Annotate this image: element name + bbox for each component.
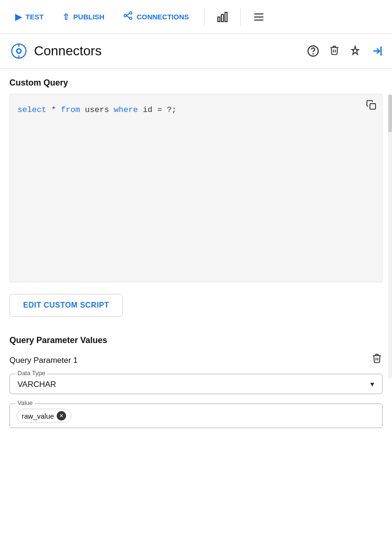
- svg-point-0: [124, 15, 127, 17]
- data-type-field[interactable]: Data Type VARCHAR INTEGER BOOLEAN DATE ▼: [9, 374, 383, 394]
- value-label: Value: [16, 399, 34, 406]
- connections-nav-item[interactable]: CONNECTIONS: [116, 7, 196, 26]
- code-content: select * from users where id = ?;: [17, 103, 375, 116]
- svg-rect-5: [218, 17, 220, 22]
- query-parameter-1-row: Query Parameter 1: [9, 353, 383, 368]
- main-content: Custom Query select * from users where i…: [0, 69, 392, 438]
- copy-code-button[interactable]: [366, 100, 376, 112]
- top-navigation: ▶ TEST ⇧ PUBLISH CONNECTIONS: [0, 0, 392, 34]
- keyword-where: where: [114, 105, 138, 114]
- svg-point-2: [130, 17, 132, 19]
- keyword-from: from: [61, 105, 80, 114]
- data-type-select[interactable]: VARCHAR INTEGER BOOLEAN DATE: [17, 380, 375, 389]
- scrollbar-thumb[interactable]: [388, 95, 392, 132]
- svg-rect-6: [222, 14, 223, 21]
- svg-rect-7: [225, 12, 227, 22]
- publish-nav-item[interactable]: ⇧ PUBLISH: [55, 8, 112, 26]
- header-actions: [307, 45, 383, 57]
- test-nav-item[interactable]: ▶ TEST: [8, 8, 51, 26]
- pin-icon-button[interactable]: [349, 45, 361, 57]
- chart-icon-button[interactable]: [212, 7, 233, 27]
- custom-query-label: Custom Query: [9, 78, 383, 88]
- nav-divider-2: [240, 8, 241, 26]
- publish-nav-label: PUBLISH: [73, 13, 104, 21]
- value-tag-chip: raw_value ✕: [17, 409, 71, 423]
- svg-line-4: [127, 16, 130, 18]
- svg-line-3: [127, 13, 130, 16]
- delete-icon-button[interactable]: [329, 45, 340, 57]
- svg-rect-20: [370, 103, 375, 109]
- remove-tag-button[interactable]: ✕: [57, 411, 66, 421]
- help-icon-button[interactable]: [307, 45, 319, 57]
- menu-icon-button[interactable]: [248, 7, 269, 27]
- svg-point-13: [17, 50, 20, 52]
- value-field[interactable]: Value raw_value ✕: [9, 404, 383, 428]
- collapse-icon-button[interactable]: [370, 45, 383, 57]
- svg-point-17: [313, 53, 313, 54]
- connections-icon: [123, 11, 133, 23]
- query-parameter-section: Query Parameter Values Query Parameter 1…: [9, 335, 383, 428]
- code-block: select * from users where id = ?;: [9, 94, 383, 283]
- data-type-label: Data Type: [16, 370, 47, 377]
- connectors-icon: [9, 42, 28, 60]
- connections-nav-label: CONNECTIONS: [136, 13, 189, 21]
- keyword-select: select: [17, 105, 46, 114]
- page-header: Connectors: [0, 34, 392, 69]
- publish-icon: ⇧: [62, 12, 69, 22]
- tag-chip-text: raw_value: [22, 412, 54, 420]
- query-parameter-1-label: Query Parameter 1: [9, 356, 78, 365]
- edit-custom-script-button[interactable]: EDIT CUSTOM SCRIPT: [9, 294, 123, 317]
- play-icon: ▶: [15, 12, 22, 22]
- svg-point-1: [130, 12, 132, 14]
- query-parameter-values-title: Query Parameter Values: [9, 335, 383, 345]
- nav-divider-1: [204, 8, 205, 26]
- scrollbar-track[interactable]: [388, 95, 392, 378]
- delete-param-button[interactable]: [371, 353, 383, 368]
- test-nav-label: TEST: [26, 13, 43, 21]
- page-title: Connectors: [34, 43, 301, 59]
